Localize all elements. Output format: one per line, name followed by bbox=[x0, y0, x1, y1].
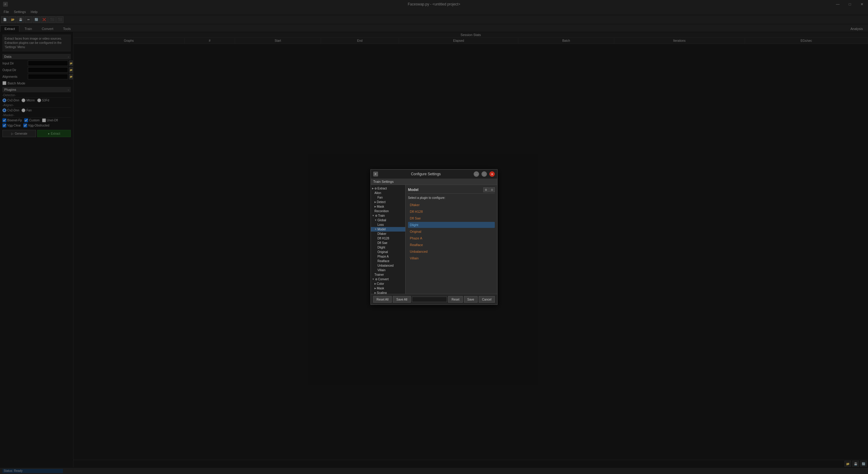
tree-realface[interactable]: Realface bbox=[371, 259, 405, 263]
tree-alion[interactable]: Alion bbox=[371, 191, 405, 195]
train-arrow-icon: ▼ bbox=[372, 214, 374, 217]
tree-scaling[interactable]: ▶ Scaling bbox=[371, 291, 405, 294]
config-subtitle: Select a plugin to configure: bbox=[408, 196, 495, 200]
tree-villain[interactable]: Villain bbox=[371, 268, 405, 272]
tree-convert[interactable]: ▼ ⚙ Convert bbox=[371, 277, 405, 282]
reset-button[interactable]: Reset bbox=[448, 296, 463, 303]
save-all-button[interactable]: Save All bbox=[393, 296, 410, 303]
modal-close-button[interactable]: ✕ bbox=[489, 171, 495, 177]
plugin-list: Dfaker Dfl H128 Dfl Sae Dlight Original … bbox=[408, 202, 495, 261]
tree-dfl-h128[interactable]: Dfl H128 bbox=[371, 236, 405, 241]
config-panel-title: Model bbox=[408, 188, 418, 192]
tree-detect[interactable]: ▶ Detect bbox=[371, 200, 405, 204]
plugin-item-dfl-h128[interactable]: Dfl H128 bbox=[408, 209, 495, 215]
convert-arrow-icon: ▼ bbox=[372, 278, 374, 280]
scaling-arrow-icon: ▶ bbox=[374, 292, 376, 294]
tree-trainer[interactable]: Trainer bbox=[371, 272, 405, 277]
plugin-item-phaze-a[interactable]: Phaze A bbox=[408, 235, 495, 241]
plugin-item-dlight[interactable]: Dlight bbox=[408, 222, 495, 228]
model-arrow-icon: ▼ bbox=[374, 228, 377, 231]
config-panel-buttons: ⊞ ⊟ bbox=[483, 187, 495, 192]
train-settings-icon: ⚙ bbox=[375, 214, 377, 217]
extract-settings-icon: ⚙ bbox=[374, 187, 377, 190]
modal-body: ▶ ⚙ Extract Alion Fan ▶ Detect ▶ Mask bbox=[371, 185, 497, 294]
tree-extract[interactable]: ▶ ⚙ Extract bbox=[371, 186, 405, 191]
convert-settings-icon: ⚙ bbox=[375, 278, 377, 281]
cancel-button[interactable]: Cancel bbox=[479, 296, 495, 303]
tree-panel: ▶ ⚙ Extract Alion Fan ▶ Detect ▶ Mask bbox=[371, 185, 406, 294]
tree-original[interactable]: Original bbox=[371, 250, 405, 254]
save-button[interactable]: Save bbox=[464, 296, 477, 303]
tree-global[interactable]: ▼ Global bbox=[371, 218, 405, 223]
plugin-item-dfaker[interactable]: Dfaker bbox=[408, 202, 495, 208]
config-collapse-btn[interactable]: ⊟ bbox=[489, 187, 495, 192]
plugin-item-unbalanced[interactable]: Unbalanced bbox=[408, 248, 495, 255]
modal-footer: Reset All Save All Reset Save Cancel bbox=[371, 294, 497, 304]
modal-app-icon: F bbox=[373, 172, 378, 176]
tree-unbalanced[interactable]: Unbalanced bbox=[371, 263, 405, 268]
modal-title-bar: F Configure Settings — □ ✕ bbox=[371, 170, 497, 179]
reset-all-button[interactable]: Reset All bbox=[373, 296, 392, 303]
tree-dlight[interactable]: Dlight bbox=[371, 245, 405, 250]
progress-bar bbox=[412, 297, 447, 302]
modal-maximize-button[interactable]: □ bbox=[482, 171, 487, 177]
configure-settings-modal: F Configure Settings — □ ✕ Train Setting… bbox=[371, 169, 497, 305]
modal-title: Configure Settings bbox=[380, 172, 471, 176]
tree-fan[interactable]: Fan bbox=[371, 195, 405, 200]
tree-mask[interactable]: ▶ Mask bbox=[371, 204, 405, 209]
tree-mask-convert[interactable]: ▶ Mask bbox=[371, 286, 405, 291]
plugin-item-villain[interactable]: Villain bbox=[408, 255, 495, 261]
tree-model[interactable]: ▼ Model bbox=[371, 227, 405, 232]
tree-phaze-a[interactable]: Phaze A bbox=[371, 254, 405, 259]
modal-subtitle: Train Settings bbox=[371, 179, 497, 185]
tree-dfaker[interactable]: Dfaker bbox=[371, 232, 405, 236]
tree-dfl-sae[interactable]: Dfl Sae bbox=[371, 241, 405, 245]
plugin-item-realface[interactable]: Realface bbox=[408, 242, 495, 248]
modal-overlay: F Configure Settings — □ ✕ Train Setting… bbox=[0, 0, 868, 474]
tree-reconition[interactable]: Reconition bbox=[371, 209, 405, 213]
tree-loss[interactable]: Loss bbox=[371, 223, 405, 227]
detect-arrow-icon: ▶ bbox=[374, 201, 376, 203]
mask-convert-arrow-icon: ▶ bbox=[374, 287, 376, 290]
config-expand-btn[interactable]: ⊞ bbox=[483, 187, 489, 192]
extract-arrow-icon: ▶ bbox=[372, 187, 374, 190]
tree-train[interactable]: ▼ ⚙ Train bbox=[371, 213, 405, 218]
global-arrow-icon: ▼ bbox=[374, 219, 377, 221]
tree-color[interactable]: ▶ Color bbox=[371, 282, 405, 286]
config-title-bar: Model ⊞ ⊟ bbox=[408, 187, 495, 194]
color-arrow-icon: ▶ bbox=[374, 283, 376, 285]
modal-minimize-button[interactable]: — bbox=[474, 171, 479, 177]
config-panel: Model ⊞ ⊟ Select a plugin to configure: … bbox=[406, 185, 497, 294]
plugin-item-dfl-sae[interactable]: Dfl Sae bbox=[408, 215, 495, 221]
mask-arrow-icon: ▶ bbox=[374, 205, 376, 208]
plugin-item-original[interactable]: Original bbox=[408, 229, 495, 235]
